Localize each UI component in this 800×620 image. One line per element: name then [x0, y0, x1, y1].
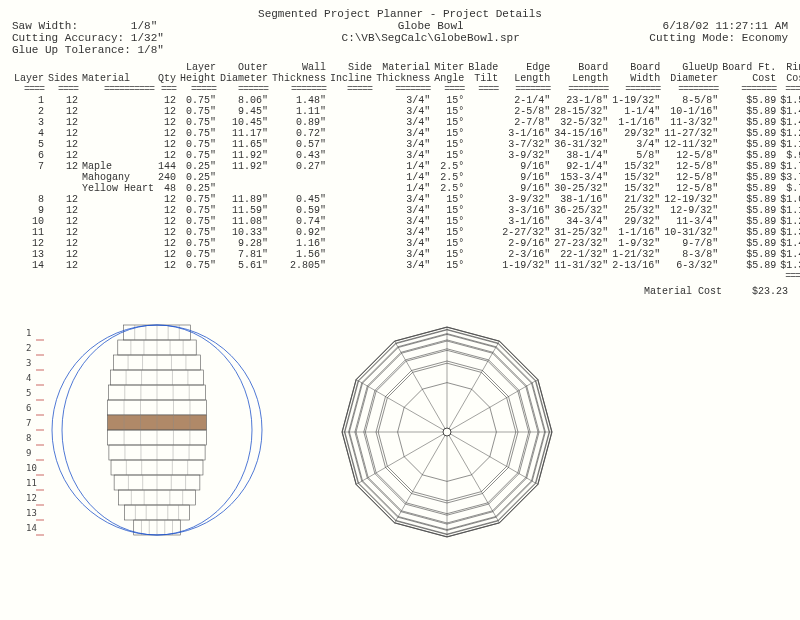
- svg-text:3: 3: [26, 358, 31, 368]
- svg-text:14: 14: [26, 523, 37, 533]
- glue-label: Glue Up Tolerance:: [12, 44, 131, 56]
- svg-line-133: [447, 432, 500, 523]
- svg-line-136: [356, 432, 447, 485]
- table-row: 812120.75"11.89"0.45"3/4"15°3-9/32"38-1/…: [12, 194, 800, 205]
- project-name: Globe Bowl: [212, 20, 649, 32]
- svg-text:11: 11: [26, 478, 37, 488]
- svg-text:13: 13: [26, 508, 37, 518]
- svg-text:6: 6: [26, 403, 31, 413]
- table-row: Mahogany2400.25"1/4"2.5°9/16"153-3/4"15/…: [12, 172, 800, 183]
- svg-line-132: [447, 432, 538, 485]
- svg-text:10: 10: [26, 463, 37, 473]
- material-cost-value: $23.23: [752, 286, 788, 297]
- svg-line-138: [356, 380, 447, 433]
- project-path: C:\VB\SegCalc\GlobeBowl.spr: [212, 32, 649, 44]
- mode-value: Economy: [742, 32, 788, 44]
- cut-acc-label: Cutting Accuracy:: [12, 32, 124, 44]
- segment-table: LayerOuterWallSideMaterialMiterBladeEdge…: [12, 62, 800, 282]
- table-row: 912120.75"11.59"0.59"3/4"15°3-3/16"36-25…: [12, 205, 800, 216]
- top-view-diagram: [332, 317, 562, 547]
- saw-width-label: Saw Width:: [12, 20, 78, 32]
- settings-block: Saw Width: 1/8" Cutting Accuracy: 1/32" …: [12, 20, 212, 56]
- svg-text:2: 2: [26, 343, 31, 353]
- svg-line-129: [447, 341, 500, 432]
- table-row: 112120.75"8.06"1.48"3/4"15°2-1/4"23-1/8"…: [12, 95, 800, 106]
- timestamp: 6/18/02 11:27:11 AM: [649, 20, 788, 32]
- table-row: 212120.75"9.45"1.11"3/4"15°2-5/8"28-15/3…: [12, 106, 800, 117]
- glue-value: 1/8": [137, 44, 163, 56]
- app-title: Segmented Project Planner - Project Deta…: [12, 8, 788, 20]
- svg-text:12: 12: [26, 493, 37, 503]
- table-row: 1012120.75"11.08"0.74"3/4"15°3-1/16"34-3…: [12, 216, 800, 227]
- svg-text:1: 1: [26, 328, 31, 338]
- table-row: 612120.75"11.92"0.43"3/4"15°3-9/32"38-1/…: [12, 150, 800, 161]
- cut-acc-value: 1/32": [131, 32, 164, 44]
- saw-width-value: 1/8": [131, 20, 157, 32]
- side-view-diagram: 1234567891011121314: [22, 317, 272, 547]
- table-row: 1312120.75"7.81"1.56"3/4"15°2-3/16"22-1/…: [12, 249, 800, 260]
- svg-line-139: [395, 341, 448, 432]
- table-row: 712Maple1440.25"11.92"0.27"1/4"2.5°9/16"…: [12, 161, 800, 172]
- svg-text:5: 5: [26, 388, 31, 398]
- svg-line-130: [447, 380, 538, 433]
- svg-line-135: [395, 432, 448, 523]
- table-row: 1412120.75"5.61"2.805"3/4"15°1-19/32"11-…: [12, 260, 800, 271]
- table-row: 412120.75"11.17"0.72"3/4"15°3-1/16"34-15…: [12, 128, 800, 139]
- table-row: 1212120.75"9.28"1.16"3/4"15°2-9/16"27-23…: [12, 238, 800, 249]
- mode-label: Cutting Mode:: [649, 32, 735, 44]
- table-row: 512120.75"11.65"0.57"3/4"15°3-7/32"36-31…: [12, 139, 800, 150]
- svg-text:9: 9: [26, 448, 31, 458]
- svg-text:7: 7: [26, 418, 31, 428]
- table-row: Yellow Heart480.25"1/4"2.5°9/16"30-25/32…: [12, 183, 800, 194]
- svg-text:4: 4: [26, 373, 31, 383]
- svg-point-140: [443, 428, 451, 436]
- material-cost-label: Material Cost: [644, 286, 722, 297]
- svg-text:8: 8: [26, 433, 31, 443]
- table-row: 312120.75"10.45"0.89"3/4"15°2-7/8"32-5/3…: [12, 117, 800, 128]
- table-row: 1112120.75"10.33"0.92"3/4"15°2-27/32"31-…: [12, 227, 800, 238]
